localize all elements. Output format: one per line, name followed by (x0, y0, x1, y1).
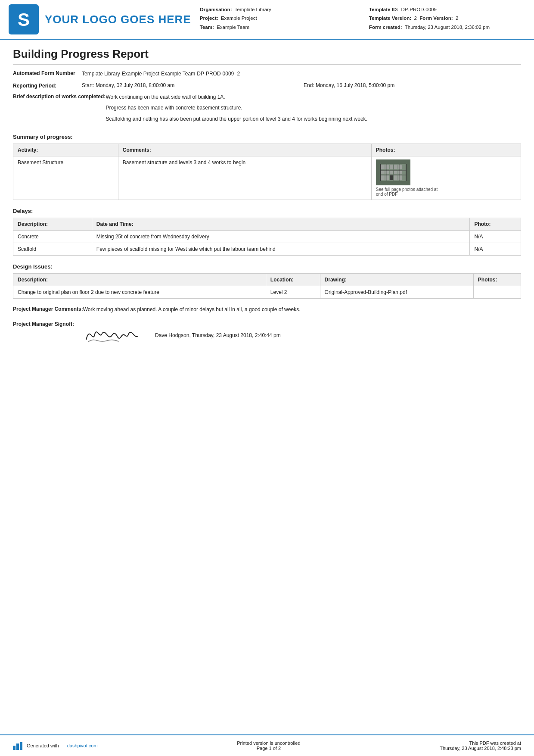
logo-area: S YOUR LOGO GOES HERE (9, 4, 191, 34)
dashpivot-icon (13, 741, 23, 750)
svg-rect-17 (385, 175, 389, 180)
org-label: Organisation: (200, 7, 232, 12)
svg-rect-7 (394, 165, 397, 169)
delays-table: Description: Date and Time: Photo: Concr… (13, 218, 521, 256)
design-issues-section-title: Design Issues: (13, 263, 521, 270)
template-version-value: 2 (414, 16, 416, 21)
form-version-value: 2 (456, 16, 458, 21)
reporting-period-row: Reporting Period: Start: Monday, 02 July… (13, 82, 521, 89)
template-id-label: Template ID: (369, 7, 398, 12)
reporting-period-label: Reporting Period: (13, 82, 82, 89)
svg-rect-8 (398, 165, 402, 169)
header-meta-right: Template ID: DP-PROD-0009 Template Versi… (369, 6, 521, 32)
reporting-period-end: End: Monday, 16 July 2018, 5:00:00 pm (304, 82, 521, 88)
brief-desc-value: Work continuing on the east side wall of… (106, 93, 521, 126)
photo-thumbnail (376, 159, 410, 185)
design-1-desc: Change to original plan on floor 2 due t… (13, 286, 266, 298)
delays-section-title: Delays: (13, 208, 521, 214)
reporting-period-start: Start: Monday, 02 July 2018, 8:00:00 am (82, 82, 299, 88)
brief-desc-label: Brief description of works completed: (13, 93, 106, 100)
svg-rect-26 (13, 746, 16, 750)
pm-comments-value: Work moving ahead as planned. A couple o… (83, 306, 521, 314)
org-line: Organisation: Template Library (200, 6, 352, 13)
template-version-label: Template Version: (369, 16, 411, 21)
svg-rect-5 (385, 165, 389, 169)
footer-right: This PDF was created at Thursday, 23 Aug… (440, 740, 521, 751)
design-issues-table: Description: Location: Drawing: Photos: … (13, 273, 521, 299)
reporting-period-value: Start: Monday, 02 July 2018, 8:00:00 am … (82, 82, 521, 88)
delay-2-datetime: Few pieces of scaffold missing for West … (92, 243, 470, 255)
automated-form-label: Automated Form Number (13, 70, 82, 76)
table-row: Scaffold Few pieces of scaffold missing … (13, 243, 521, 255)
logo-icon: S (9, 4, 39, 34)
page-header: S YOUR LOGO GOES HERE Organisation: Temp… (0, 0, 534, 40)
automated-form-value: Template Library-Example Project-Example… (82, 70, 521, 78)
design-1-drawing: Original-Approved-Building-Plan.pdf (320, 286, 473, 298)
summary-photos-cell: See full page photos attached at end of … (371, 156, 521, 200)
delay-1-datetime: Missing 25t of concrete from Wednesday d… (92, 230, 470, 243)
svg-rect-4 (381, 165, 385, 169)
header-meta: Organisation: Template Library Project: … (200, 4, 521, 34)
brief-desc-row: Brief description of works completed: Wo… (13, 93, 521, 126)
svg-rect-6 (390, 165, 393, 169)
summary-header-row: Activity: Comments: Photos: (13, 144, 521, 156)
template-id-value: DP-PROD-0009 (401, 7, 436, 12)
report-title: Building Progress Report (13, 47, 521, 65)
delay-2-desc: Scaffold (13, 243, 92, 255)
footer-pdf-created-text: This PDF was created at (440, 740, 521, 746)
page-footer: Generated with dashpivot.com Printed ver… (0, 734, 534, 756)
design-1-photos (473, 286, 521, 298)
svg-rect-14 (394, 171, 397, 174)
delay-1-photo: N/A (470, 230, 521, 243)
design-col-drawing: Drawing: (320, 273, 473, 286)
svg-rect-16 (381, 175, 385, 180)
delays-col-datetime: Date and Time: (92, 218, 470, 230)
signature-svg (82, 322, 142, 348)
summary-col-activity: Activity: (13, 144, 118, 156)
design-col-photos: Photos: (473, 273, 521, 286)
summary-section-title: Summary of progress: (13, 134, 521, 140)
brief-desc-line-2: Progress has been made with concrete bas… (106, 104, 521, 112)
form-version-label: Form Version: (419, 16, 453, 21)
pm-signoff-label-text: Project Manager Signoff: (13, 321, 74, 327)
svg-rect-19 (394, 175, 397, 180)
svg-rect-28 (20, 742, 22, 750)
brief-desc-line-3: Scaffolding and netting has also been pu… (106, 115, 521, 123)
svg-rect-11 (381, 171, 385, 174)
delay-1-desc: Concrete (13, 230, 92, 243)
org-value: Template Library (235, 7, 271, 12)
table-row: Concrete Missing 25t of concrete from We… (13, 230, 521, 243)
team-label: Team: (200, 25, 214, 30)
delays-col-description: Description: (13, 218, 92, 230)
project-label: Project: (200, 16, 218, 21)
project-line: Project: Example Project (200, 15, 352, 22)
delays-col-photo: Photo: (470, 218, 521, 230)
summary-comments: Basement structure and levels 3 and 4 wo… (118, 156, 371, 200)
main-content: Building Progress Report Automated Form … (0, 40, 534, 396)
photo-caption: See full page photos attached at end of … (376, 187, 445, 197)
summary-table: Activity: Comments: Photos: Basement Str… (13, 144, 521, 200)
svg-rect-15 (398, 171, 402, 174)
svg-rect-13 (390, 171, 393, 174)
svg-rect-27 (16, 744, 19, 750)
design-issues-header-row: Description: Location: Drawing: Photos: (13, 273, 521, 286)
logo-text: YOUR LOGO GOES HERE (45, 13, 191, 26)
brief-desc-line-1: Work continuing on the east side wall of… (106, 93, 521, 101)
table-row: Basement Structure Basement structure an… (13, 156, 521, 200)
summary-col-comments: Comments: (118, 144, 371, 156)
header-meta-left: Organisation: Template Library Project: … (200, 6, 352, 32)
summary-col-photos: Photos: (371, 144, 521, 156)
pm-comments-label: Project Manager Comments: (13, 306, 83, 312)
svg-rect-12 (385, 171, 389, 174)
summary-activity: Basement Structure (13, 156, 118, 200)
footer-center: Printed version is uncontrolled Page 1 o… (237, 740, 300, 751)
pm-signoff-info: Dave Hodgson, Thursday, 23 August 2018, … (155, 332, 281, 338)
delay-2-photo: N/A (470, 243, 521, 255)
svg-text:S: S (18, 9, 30, 30)
signature-area: Dave Hodgson, Thursday, 23 August 2018, … (82, 322, 281, 348)
footer-link[interactable]: dashpivot.com (67, 743, 98, 748)
table-row: Change to original plan on floor 2 due t… (13, 286, 521, 298)
pm-signoff-label: Project Manager Signoff: (13, 321, 82, 327)
footer-generated-text: Generated with (27, 743, 59, 748)
pm-comments-row: Project Manager Comments: Work moving ah… (13, 306, 521, 314)
